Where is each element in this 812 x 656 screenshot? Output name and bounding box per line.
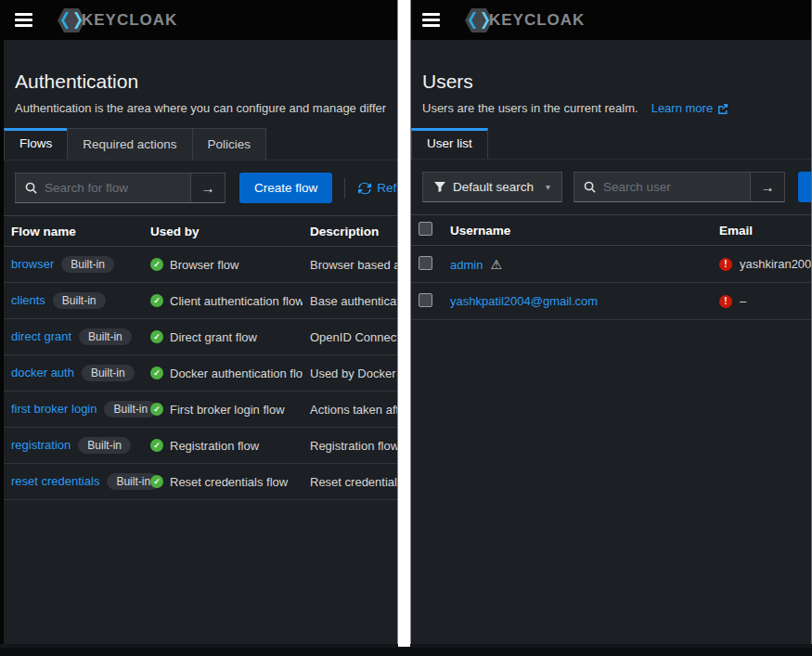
column-header-description: Description bbox=[303, 216, 397, 247]
flow-name-link[interactable]: registration bbox=[11, 438, 71, 452]
learn-more-label: Learn more bbox=[651, 101, 713, 115]
used-by-text: Reset credentials flow bbox=[170, 475, 288, 489]
refresh-button[interactable]: Refresh bbox=[358, 181, 398, 195]
flow-table-row: direct grantBuilt-in ✓ Direct grant flow… bbox=[4, 319, 397, 355]
add-user-button[interactable]: Add user bbox=[798, 172, 812, 202]
toolbar-divider bbox=[344, 178, 345, 199]
user-table-row: admin⚠ ! yashkiran2004@ bbox=[411, 246, 811, 283]
built-in-badge: Built-in bbox=[78, 437, 131, 454]
brand-text: KEYCLOAK bbox=[82, 11, 177, 30]
built-in-badge: Built-in bbox=[82, 365, 135, 381]
right-window: KEYCLOAK Users Users are the users in th… bbox=[410, 0, 812, 644]
external-link-icon bbox=[717, 103, 728, 114]
page-subtitle: Authentication is the area where you can… bbox=[15, 101, 386, 115]
email-text: yashkiran2004@ bbox=[740, 257, 811, 271]
built-in-badge: Built-in bbox=[104, 401, 157, 418]
window-divider bbox=[398, 0, 410, 647]
flow-table-row: clientsBuilt-in ✓ Client authentication … bbox=[4, 283, 397, 319]
search-icon bbox=[584, 181, 596, 193]
tab-flows[interactable]: Flows bbox=[4, 128, 68, 160]
check-circle-icon: ✓ bbox=[150, 294, 163, 307]
column-header-used-by: Used by bbox=[143, 216, 303, 247]
create-flow-button[interactable]: Create flow bbox=[239, 173, 332, 203]
flow-name-link[interactable]: reset credentials bbox=[11, 474, 99, 488]
flow-description: Reset credentials for a user bbox=[303, 464, 397, 500]
search-submit-button[interactable]: → bbox=[190, 174, 225, 202]
tab-policies[interactable]: Policies bbox=[192, 128, 267, 160]
page-header: Authentication Authentication is the are… bbox=[4, 40, 397, 115]
learn-more-link[interactable]: Learn more bbox=[651, 101, 728, 115]
page-header: Users Users are the users in the current… bbox=[411, 40, 811, 115]
tab-user-list[interactable]: User list bbox=[411, 128, 488, 159]
username-link[interactable]: admin bbox=[450, 258, 483, 272]
flow-table-row: docker authBuilt-in ✓ Docker authenticat… bbox=[4, 355, 397, 392]
column-header-flow-name: Flow name bbox=[4, 216, 143, 247]
table-header-row: Flow name Used by Description bbox=[4, 216, 397, 247]
tab-required-actions[interactable]: Required actions bbox=[67, 128, 192, 160]
check-circle-icon: ✓ bbox=[150, 367, 163, 379]
search-type-dropdown[interactable]: Default search ▾ bbox=[422, 172, 562, 202]
tab-bar: User list bbox=[411, 128, 811, 160]
search-icon bbox=[25, 182, 37, 194]
masthead: KEYCLOAK bbox=[4, 0, 397, 40]
row-checkbox[interactable] bbox=[419, 293, 432, 307]
exclamation-circle-icon: ! bbox=[719, 295, 732, 308]
username-link[interactable]: yashkpatil2004@gmail.com bbox=[450, 294, 598, 308]
users-table: Username Email admin⚠ ! yashkiran2004@ bbox=[411, 214, 811, 320]
search-flow-input[interactable] bbox=[16, 174, 190, 202]
arrow-right-icon: → bbox=[761, 179, 775, 195]
menu-icon[interactable] bbox=[422, 13, 440, 27]
flow-name-link[interactable]: first broker login bbox=[11, 402, 97, 416]
flow-table-row: registrationBuilt-in ✓ Registration flow… bbox=[4, 428, 397, 464]
flow-name-link[interactable]: docker auth bbox=[11, 366, 74, 379]
check-circle-icon: ✓ bbox=[150, 330, 163, 343]
used-by-text: Direct grant flow bbox=[170, 330, 257, 344]
flow-name-link[interactable]: clients bbox=[11, 293, 45, 307]
refresh-icon bbox=[358, 182, 371, 195]
tab-bar: Flows Required actions Policies bbox=[4, 128, 397, 161]
flows-toolbar: → Create flow Refresh bbox=[4, 173, 397, 203]
email-text: – bbox=[740, 294, 746, 308]
check-circle-icon: ✓ bbox=[150, 258, 163, 271]
keycloak-logo: KEYCLOAK bbox=[58, 8, 177, 32]
filter-icon bbox=[434, 182, 445, 192]
arrow-right-icon: → bbox=[201, 180, 215, 196]
used-by-text: First broker login flow bbox=[170, 403, 285, 417]
left-window: KEYCLOAK Authentication Authentication i… bbox=[0, 0, 398, 644]
warning-triangle-icon: ⚠ bbox=[490, 257, 502, 272]
check-circle-icon: ✓ bbox=[150, 475, 163, 488]
column-header-username: Username bbox=[443, 215, 712, 246]
used-by-text: Client authentication flow bbox=[170, 294, 303, 308]
search-submit-button[interactable]: → bbox=[750, 173, 784, 201]
refresh-label: Refresh bbox=[377, 181, 398, 195]
column-header-email: Email bbox=[712, 215, 811, 246]
flow-name-link[interactable]: direct grant bbox=[11, 329, 71, 343]
menu-icon[interactable] bbox=[15, 13, 32, 27]
row-checkbox[interactable] bbox=[419, 256, 432, 270]
masthead: KEYCLOAK bbox=[411, 0, 811, 40]
exclamation-circle-icon: ! bbox=[719, 258, 732, 271]
page-subtitle: Users are the users in the current realm… bbox=[422, 101, 638, 115]
flow-table-row: first broker loginBuilt-in ✓ First broke… bbox=[4, 392, 397, 428]
flow-name-link[interactable]: browser bbox=[11, 257, 54, 271]
page-title: Users bbox=[422, 71, 800, 93]
used-by-text: Registration flow bbox=[170, 439, 259, 453]
flow-description: Base authentication for clients bbox=[303, 283, 397, 319]
used-by-text: Browser flow bbox=[170, 258, 238, 272]
flow-description: OpenID Connect Resource Owner Grant bbox=[303, 319, 397, 355]
search-user-input[interactable] bbox=[574, 173, 750, 201]
flow-description: Browser based authentication bbox=[303, 247, 397, 283]
users-toolbar: Default search ▾ → Add user bbox=[411, 172, 811, 202]
search-type-label: Default search bbox=[453, 180, 534, 194]
built-in-badge: Built-in bbox=[61, 256, 114, 273]
flow-description: Registration flow bbox=[303, 428, 397, 464]
screen-footer bbox=[0, 648, 812, 656]
flow-description: Used by Docker clients to authenticate bbox=[303, 355, 397, 392]
table-header-row: Username Email bbox=[411, 215, 811, 246]
flow-table-row: browserBuilt-in ✓ Browser flow Browser b… bbox=[4, 247, 397, 283]
used-by-text: Docker authentication flow bbox=[170, 367, 303, 380]
select-all-checkbox[interactable] bbox=[419, 222, 432, 236]
keycloak-logo: KEYCLOAK bbox=[465, 8, 585, 32]
page-title: Authentication bbox=[15, 71, 386, 93]
check-circle-icon: ✓ bbox=[150, 403, 163, 416]
